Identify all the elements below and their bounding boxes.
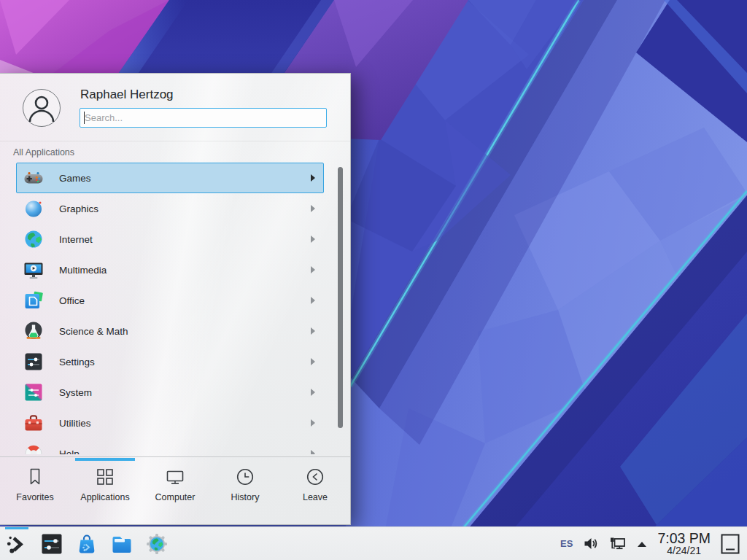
- tray-expander-caret-icon[interactable]: [636, 540, 648, 548]
- category-label: Utilities: [59, 418, 91, 429]
- tab-label: Applications: [80, 492, 129, 502]
- settings-icon: [23, 351, 44, 372]
- chevron-right-icon: [311, 389, 315, 396]
- volume-icon[interactable]: [582, 535, 599, 552]
- clock-date: 4/24/21: [657, 545, 711, 556]
- globe-icon: [23, 229, 44, 249]
- chevron-right-icon: [311, 174, 315, 182]
- tab-label: History: [231, 492, 260, 502]
- text-caret: [84, 112, 85, 124]
- category-graphics[interactable]: Graphics: [16, 193, 324, 224]
- shopping-bag-icon: [76, 533, 98, 555]
- clock-icon: [235, 467, 255, 487]
- category-office[interactable]: Office: [16, 285, 324, 316]
- category-list: Games Graphics Internet: [16, 163, 324, 454]
- category-utilities[interactable]: Utilities: [16, 408, 324, 438]
- category-label: Internet: [59, 234, 93, 245]
- keyboard-layout-indicator[interactable]: ES: [560, 538, 573, 549]
- utilities-icon: [23, 413, 44, 433]
- tab-history[interactable]: History: [210, 457, 280, 524]
- desktop: Raphael Hertzog All Applications Games: [0, 0, 747, 560]
- globe-gear-icon: [146, 533, 168, 555]
- search-field-wrap: [80, 108, 327, 128]
- chevron-right-icon: [311, 327, 315, 335]
- system-icon: [23, 382, 44, 402]
- science-icon: [23, 321, 44, 341]
- tab-favorites[interactable]: Favorites: [0, 457, 70, 524]
- folder-icon: [111, 533, 133, 555]
- office-icon: [23, 290, 44, 311]
- category-label: Office: [59, 295, 85, 306]
- tab-leave[interactable]: Leave: [280, 457, 350, 524]
- category-label: Help: [59, 448, 80, 455]
- category-label: System: [59, 387, 92, 398]
- category-label: Graphics: [59, 203, 98, 214]
- category-internet[interactable]: Internet: [16, 224, 324, 254]
- chevron-right-icon: [311, 358, 315, 365]
- person-icon: [23, 90, 60, 126]
- show-desktop-button[interactable]: [720, 533, 740, 555]
- search-input[interactable]: [80, 108, 327, 128]
- user-name: Raphael Hertzog: [80, 88, 174, 102]
- chevron-right-icon: [311, 266, 315, 273]
- section-label: All Applications: [13, 147, 74, 158]
- category-science-math[interactable]: Science & Math: [16, 316, 324, 346]
- monitor-icon: [165, 467, 185, 487]
- clock-time: 7:03 PM: [657, 531, 711, 545]
- category-label: Science & Math: [59, 326, 128, 337]
- launcher-tabbar: Favorites Applications C: [0, 456, 350, 524]
- kde-launcher-icon: [6, 533, 28, 555]
- tab-label: Computer: [155, 492, 196, 502]
- system-tray: ES 7:03 PM 4/24/21: [560, 531, 747, 556]
- launcher-header: Raphael Hertzog: [0, 74, 350, 141]
- category-games[interactable]: Games: [16, 163, 324, 193]
- tab-applications[interactable]: Applications: [70, 457, 140, 524]
- discover-button[interactable]: [74, 527, 99, 560]
- help-icon: [23, 443, 44, 454]
- chevron-right-icon: [311, 205, 315, 212]
- file-manager-button[interactable]: [109, 527, 134, 560]
- category-system[interactable]: System: [16, 377, 324, 408]
- network-icon[interactable]: [608, 535, 627, 552]
- gamepad-icon: [23, 168, 44, 188]
- multimedia-icon: [23, 260, 44, 280]
- chevron-right-icon: [311, 297, 315, 304]
- application-launcher-button[interactable]: [4, 527, 29, 560]
- tab-label: Leave: [303, 492, 328, 502]
- application-launcher-menu: Raphael Hertzog All Applications Games: [0, 73, 351, 525]
- category-settings[interactable]: Settings: [16, 346, 324, 377]
- category-help[interactable]: Help: [16, 438, 324, 454]
- category-label: Multimedia: [59, 265, 107, 276]
- grid-icon: [95, 467, 115, 487]
- web-browser-button[interactable]: [144, 527, 169, 560]
- sphere-icon: [23, 198, 44, 219]
- digital-clock[interactable]: 7:03 PM 4/24/21: [657, 531, 711, 556]
- taskbar-launchers: [0, 527, 169, 560]
- category-label: Games: [59, 173, 91, 184]
- scrollbar-thumb[interactable]: [338, 167, 343, 428]
- tab-computer[interactable]: Computer: [140, 457, 210, 524]
- taskbar-panel: ES 7:03 PM 4/24/21: [0, 526, 747, 560]
- tab-label: Favorites: [16, 492, 53, 502]
- system-settings-button[interactable]: [39, 527, 64, 560]
- category-label: Settings: [59, 357, 95, 368]
- bookmark-icon: [25, 467, 45, 487]
- chevron-right-icon: [311, 450, 315, 454]
- category-multimedia[interactable]: Multimedia: [16, 254, 324, 285]
- user-avatar[interactable]: [23, 89, 61, 127]
- sliders-icon: [41, 533, 63, 555]
- chevron-right-icon: [311, 236, 315, 243]
- chevron-right-icon: [311, 419, 315, 427]
- leave-icon: [305, 467, 325, 487]
